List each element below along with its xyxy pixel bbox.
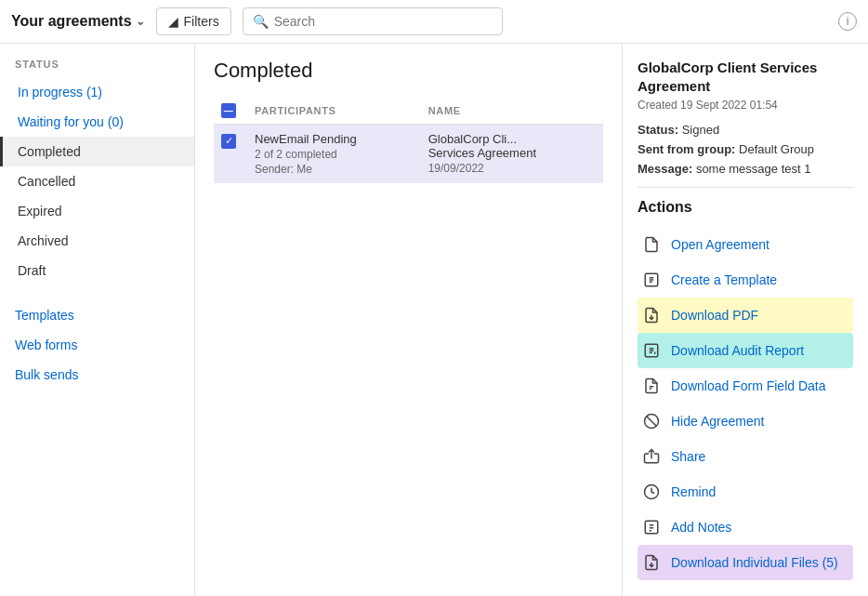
- svg-line-7: [647, 417, 657, 427]
- panel-divider: [638, 187, 853, 188]
- create-template-icon: [641, 270, 662, 290]
- action-download-form[interactable]: Download Form Field Data: [638, 368, 853, 404]
- sidebar-item-web-forms[interactable]: Web forms: [0, 330, 194, 360]
- agreement-date: 19/09/2022: [428, 162, 596, 175]
- download-pdf-label: Download PDF: [671, 308, 758, 323]
- add-notes-label: Add Notes: [671, 520, 731, 535]
- top-bar: Your agreements ⌄ ◢ Filters 🔍 i: [0, 0, 868, 44]
- participant-sub1: 2 of 2 completed: [255, 148, 414, 161]
- sidebar-item-bulk-sends[interactable]: Bulk sends: [0, 360, 194, 390]
- sidebar-item-templates[interactable]: Templates: [0, 300, 194, 330]
- action-download-individual[interactable]: Download Individual Files (5): [638, 545, 853, 580]
- sidebar-item-waiting[interactable]: Waiting for you (0): [0, 107, 194, 137]
- chevron-down-icon: ⌄: [136, 15, 145, 28]
- action-create-template[interactable]: Create a Template: [638, 262, 853, 298]
- hide-agreement-label: Hide Agreement: [671, 414, 764, 429]
- share-label: Share: [671, 449, 705, 464]
- agreements-table: PARTICIPANTS NAME NewEmail Pending 2 of …: [214, 98, 603, 183]
- action-add-notes[interactable]: Add Notes: [638, 510, 853, 545]
- row-checkbox[interactable]: [221, 134, 236, 149]
- sidebar-item-in-progress[interactable]: In progress (1): [0, 77, 194, 107]
- filters-button[interactable]: ◢ Filters: [156, 7, 231, 35]
- agreement-name-line2: Services Agreement: [428, 146, 596, 160]
- table-header-participants: PARTICIPANTS: [247, 98, 421, 125]
- info-icon[interactable]: i: [838, 12, 857, 31]
- download-form-icon: [641, 376, 662, 396]
- download-form-label: Download Form Field Data: [671, 378, 826, 393]
- action-hide-agreement[interactable]: Hide Agreement: [638, 404, 853, 439]
- download-individual-icon: [641, 552, 662, 573]
- download-audit-label: Download Audit Report: [671, 343, 804, 358]
- sidebar-item-cancelled[interactable]: Cancelled: [0, 166, 194, 196]
- panel-title: GlobalCorp Client Services Agreement: [638, 59, 853, 95]
- sidebar-item-expired[interactable]: Expired: [0, 196, 194, 226]
- sidebar-item-draft[interactable]: Draft: [0, 256, 194, 285]
- search-input[interactable]: [274, 14, 493, 29]
- download-pdf-icon: [641, 305, 662, 325]
- actions-title: Actions: [638, 199, 853, 216]
- add-notes-icon: [641, 517, 662, 537]
- panel-message-label: Message:: [638, 162, 696, 176]
- action-open-agreement[interactable]: Open Agreement: [638, 227, 853, 262]
- filters-label: Filters: [184, 14, 219, 29]
- main-layout: STATUS In progress (1) Waiting for you (…: [0, 44, 868, 596]
- row-name: GlobalCorp Cli... Services Agreement 19/…: [421, 125, 603, 184]
- your-agreements-label: Your agreements: [11, 13, 132, 30]
- panel-message: Message: some message test 1: [638, 162, 853, 176]
- sidebar: STATUS In progress (1) Waiting for you (…: [0, 44, 195, 596]
- action-share[interactable]: Share: [638, 439, 853, 474]
- status-section-label: STATUS: [0, 59, 194, 77]
- content-area: Completed PARTICIPANTS NAME NewEm: [195, 44, 622, 596]
- select-all-checkbox[interactable]: [221, 103, 236, 118]
- action-download-pdf[interactable]: Download PDF: [638, 298, 853, 333]
- search-icon: 🔍: [253, 14, 269, 29]
- right-panel: GlobalCorp Client Services Agreement Cre…: [622, 44, 868, 596]
- table-row[interactable]: NewEmail Pending 2 of 2 completed Sender…: [214, 125, 603, 184]
- hide-agreement-icon: [641, 411, 662, 431]
- panel-status-value: Signed: [682, 123, 719, 137]
- search-box: 🔍: [243, 7, 503, 35]
- row-participants: NewEmail Pending 2 of 2 completed Sender…: [247, 125, 421, 184]
- panel-sent-from-group: Sent from group: Default Group: [638, 142, 853, 156]
- share-icon: [641, 446, 662, 467]
- open-agreement-label: Open Agreement: [671, 237, 769, 252]
- your-agreements-dropdown[interactable]: Your agreements ⌄: [11, 13, 145, 30]
- sidebar-divider: [0, 285, 194, 300]
- download-audit-icon: [641, 340, 662, 361]
- row-checkbox-cell: [214, 125, 247, 184]
- open-agreement-icon: [641, 234, 662, 255]
- panel-group-label: Sent from group:: [638, 142, 739, 156]
- sidebar-item-archived[interactable]: Archived: [0, 226, 194, 256]
- remind-label: Remind: [671, 484, 716, 499]
- action-download-audit[interactable]: Download Audit Report: [638, 333, 853, 368]
- download-individual-label: Download Individual Files (5): [671, 555, 838, 570]
- panel-group-value: Default Group: [739, 142, 814, 156]
- filter-icon: ◢: [168, 14, 178, 29]
- action-remind[interactable]: Remind: [638, 474, 853, 510]
- create-template-label: Create a Template: [671, 272, 777, 287]
- remind-icon: [641, 482, 662, 502]
- participant-name: NewEmail Pending: [255, 132, 414, 146]
- content-title: Completed: [214, 59, 603, 83]
- participant-sub2: Sender: Me: [255, 163, 414, 176]
- panel-status-label: Status:: [638, 123, 682, 137]
- panel-message-value: some message test 1: [696, 162, 811, 176]
- panel-status: Status: Signed: [638, 123, 853, 137]
- agreement-name-line1: GlobalCorp Cli...: [428, 132, 596, 146]
- panel-created: Created 19 Sept 2022 01:54: [638, 99, 853, 112]
- table-header-checkbox: [214, 98, 247, 125]
- table-header-name: NAME: [421, 98, 603, 125]
- sidebar-item-completed[interactable]: Completed: [0, 137, 194, 166]
